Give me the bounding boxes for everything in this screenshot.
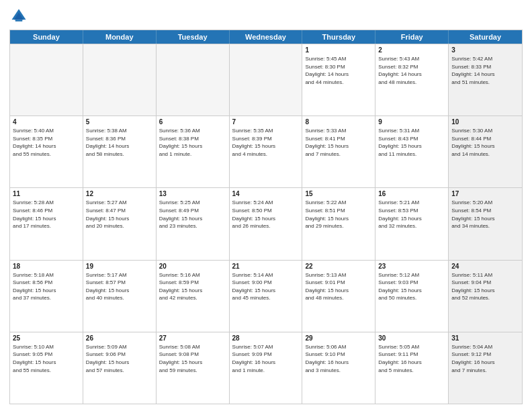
day-cell-15: 15Sunrise: 5:22 AM Sunset: 8:51 PM Dayli… — [302, 188, 375, 259]
day-info: Sunrise: 5:27 AM Sunset: 8:47 PM Dayligh… — [86, 199, 153, 230]
day-info: Sunrise: 5:28 AM Sunset: 8:46 PM Dayligh… — [13, 199, 80, 230]
day-info: Sunrise: 5:38 AM Sunset: 8:36 PM Dayligh… — [86, 127, 153, 158]
day-info: Sunrise: 5:14 AM Sunset: 9:00 PM Dayligh… — [232, 271, 300, 302]
day-cell-29: 29Sunrise: 5:06 AM Sunset: 9:10 PM Dayli… — [302, 332, 375, 404]
day-number: 16 — [378, 190, 445, 197]
day-info: Sunrise: 5:42 AM Sunset: 8:33 PM Dayligh… — [451, 55, 519, 86]
day-info: Sunrise: 5:31 AM Sunset: 8:43 PM Dayligh… — [378, 127, 445, 158]
day-number: 9 — [378, 118, 445, 126]
day-info: Sunrise: 5:04 AM Sunset: 9:12 PM Dayligh… — [451, 343, 519, 374]
day-number: 21 — [232, 263, 300, 270]
empty-cell — [230, 44, 303, 116]
week-row-3: 11Sunrise: 5:28 AM Sunset: 8:46 PM Dayli… — [10, 187, 522, 259]
week-row-1: 1Sunrise: 5:45 AM Sunset: 8:30 PM Daylig… — [10, 44, 522, 116]
day-cell-26: 26Sunrise: 5:09 AM Sunset: 9:06 PM Dayli… — [83, 332, 157, 404]
day-number: 3 — [451, 46, 519, 54]
calendar-body: 1Sunrise: 5:45 AM Sunset: 8:30 PM Daylig… — [10, 44, 522, 404]
day-info: Sunrise: 5:11 AM Sunset: 9:04 PM Dayligh… — [451, 271, 519, 302]
weekday-header-thursday: Thursday — [302, 30, 375, 44]
weekday-header-tuesday: Tuesday — [157, 30, 230, 44]
day-cell-23: 23Sunrise: 5:12 AM Sunset: 9:03 PM Dayli… — [375, 261, 449, 332]
day-number: 15 — [305, 190, 372, 197]
day-cell-28: 28Sunrise: 5:07 AM Sunset: 9:09 PM Dayli… — [230, 332, 303, 404]
weekday-header-wednesday: Wednesday — [230, 30, 303, 44]
day-info: Sunrise: 5:43 AM Sunset: 8:32 PM Dayligh… — [378, 55, 445, 86]
day-number: 6 — [159, 118, 226, 126]
day-number: 13 — [159, 190, 226, 197]
logo-icon — [9, 7, 28, 26]
day-number: 28 — [232, 334, 300, 342]
day-info: Sunrise: 5:12 AM Sunset: 9:03 PM Dayligh… — [378, 271, 445, 302]
day-info: Sunrise: 5:35 AM Sunset: 8:39 PM Dayligh… — [232, 127, 300, 158]
svg-rect-2 — [15, 19, 23, 21]
day-info: Sunrise: 5:06 AM Sunset: 9:10 PM Dayligh… — [305, 343, 372, 374]
day-cell-31: 31Sunrise: 5:04 AM Sunset: 9:12 PM Dayli… — [449, 332, 522, 404]
day-number: 7 — [232, 118, 300, 126]
empty-cell — [10, 44, 83, 116]
day-number: 25 — [13, 334, 80, 342]
day-info: Sunrise: 5:45 AM Sunset: 8:30 PM Dayligh… — [305, 55, 372, 86]
day-info: Sunrise: 5:36 AM Sunset: 8:38 PM Dayligh… — [159, 127, 226, 158]
logo — [9, 7, 31, 26]
day-number: 29 — [305, 334, 372, 342]
day-cell-12: 12Sunrise: 5:27 AM Sunset: 8:47 PM Dayli… — [83, 188, 157, 259]
day-info: Sunrise: 5:05 AM Sunset: 9:11 PM Dayligh… — [378, 343, 445, 374]
day-number: 18 — [13, 263, 80, 270]
day-cell-14: 14Sunrise: 5:24 AM Sunset: 8:50 PM Dayli… — [230, 188, 303, 259]
day-cell-2: 2Sunrise: 5:43 AM Sunset: 8:32 PM Daylig… — [375, 44, 449, 116]
day-cell-19: 19Sunrise: 5:17 AM Sunset: 8:57 PM Dayli… — [83, 261, 157, 332]
day-cell-1: 1Sunrise: 5:45 AM Sunset: 8:30 PM Daylig… — [302, 44, 375, 116]
page: SundayMondayTuesdayWednesdayThursdayFrid… — [0, 0, 532, 411]
day-cell-30: 30Sunrise: 5:05 AM Sunset: 9:11 PM Dayli… — [375, 332, 449, 404]
day-info: Sunrise: 5:07 AM Sunset: 9:09 PM Dayligh… — [232, 343, 300, 374]
day-number: 14 — [232, 190, 300, 197]
day-cell-3: 3Sunrise: 5:42 AM Sunset: 8:33 PM Daylig… — [449, 44, 522, 116]
day-cell-25: 25Sunrise: 5:10 AM Sunset: 9:05 PM Dayli… — [10, 332, 83, 404]
day-cell-13: 13Sunrise: 5:25 AM Sunset: 8:49 PM Dayli… — [157, 188, 230, 259]
day-info: Sunrise: 5:08 AM Sunset: 9:08 PM Dayligh… — [159, 343, 226, 374]
day-number: 2 — [378, 46, 445, 54]
day-info: Sunrise: 5:33 AM Sunset: 8:41 PM Dayligh… — [305, 127, 372, 158]
day-number: 30 — [378, 334, 445, 342]
day-info: Sunrise: 5:13 AM Sunset: 9:01 PM Dayligh… — [305, 271, 372, 302]
week-row-4: 18Sunrise: 5:18 AM Sunset: 8:56 PM Dayli… — [10, 260, 522, 332]
day-cell-8: 8Sunrise: 5:33 AM Sunset: 8:41 PM Daylig… — [302, 116, 375, 187]
day-cell-22: 22Sunrise: 5:13 AM Sunset: 9:01 PM Dayli… — [302, 261, 375, 332]
day-info: Sunrise: 5:30 AM Sunset: 8:44 PM Dayligh… — [451, 127, 519, 158]
weekday-header-monday: Monday — [83, 30, 157, 44]
day-cell-20: 20Sunrise: 5:16 AM Sunset: 8:59 PM Dayli… — [157, 261, 230, 332]
day-cell-4: 4Sunrise: 5:40 AM Sunset: 8:35 PM Daylig… — [10, 116, 83, 187]
weekday-header-friday: Friday — [375, 30, 449, 44]
day-number: 12 — [86, 190, 153, 197]
day-number: 8 — [305, 118, 372, 126]
day-number: 22 — [305, 263, 372, 270]
header — [9, 7, 523, 26]
day-number: 4 — [13, 118, 80, 126]
day-number: 20 — [159, 263, 226, 270]
day-number: 23 — [378, 263, 445, 270]
weekday-header-sunday: Sunday — [10, 30, 83, 44]
day-info: Sunrise: 5:18 AM Sunset: 8:56 PM Dayligh… — [13, 271, 80, 302]
week-row-2: 4Sunrise: 5:40 AM Sunset: 8:35 PM Daylig… — [10, 116, 522, 187]
week-row-5: 25Sunrise: 5:10 AM Sunset: 9:05 PM Dayli… — [10, 332, 522, 404]
day-cell-6: 6Sunrise: 5:36 AM Sunset: 8:38 PM Daylig… — [157, 116, 230, 187]
day-info: Sunrise: 5:16 AM Sunset: 8:59 PM Dayligh… — [159, 271, 226, 302]
day-cell-9: 9Sunrise: 5:31 AM Sunset: 8:43 PM Daylig… — [375, 116, 449, 187]
day-number: 19 — [86, 263, 153, 270]
day-info: Sunrise: 5:10 AM Sunset: 9:05 PM Dayligh… — [13, 343, 80, 374]
day-number: 26 — [86, 334, 153, 342]
day-info: Sunrise: 5:25 AM Sunset: 8:49 PM Dayligh… — [159, 199, 226, 230]
day-cell-16: 16Sunrise: 5:21 AM Sunset: 8:53 PM Dayli… — [375, 188, 449, 259]
day-cell-17: 17Sunrise: 5:20 AM Sunset: 8:54 PM Dayli… — [449, 188, 522, 259]
day-info: Sunrise: 5:21 AM Sunset: 8:53 PM Dayligh… — [378, 199, 445, 230]
day-cell-24: 24Sunrise: 5:11 AM Sunset: 9:04 PM Dayli… — [449, 261, 522, 332]
day-number: 11 — [13, 190, 80, 197]
day-number: 10 — [451, 118, 519, 126]
day-cell-18: 18Sunrise: 5:18 AM Sunset: 8:56 PM Dayli… — [10, 261, 83, 332]
day-number: 5 — [86, 118, 153, 126]
day-info: Sunrise: 5:17 AM Sunset: 8:57 PM Dayligh… — [86, 271, 153, 302]
day-number: 24 — [451, 263, 519, 270]
calendar-header: SundayMondayTuesdayWednesdayThursdayFrid… — [10, 30, 522, 44]
weekday-header-saturday: Saturday — [449, 30, 522, 44]
calendar: SundayMondayTuesdayWednesdayThursdayFrid… — [9, 30, 523, 404]
